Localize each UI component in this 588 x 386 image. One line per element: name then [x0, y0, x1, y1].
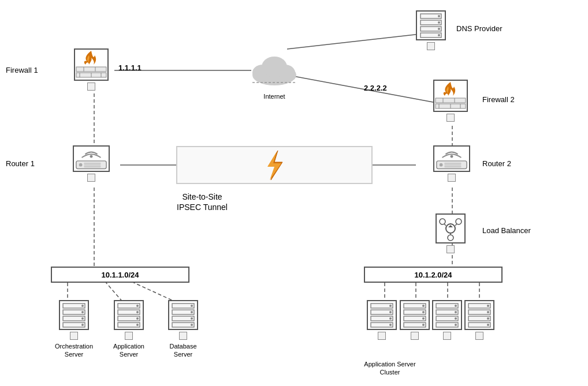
svg-line-2 [287, 75, 436, 103]
svg-point-109 [455, 317, 457, 320]
router2-checkbox[interactable] [448, 174, 456, 182]
lb-node [436, 213, 466, 253]
svg-point-113 [487, 305, 489, 307]
cloud-icon [245, 45, 303, 90]
svg-point-35 [438, 28, 440, 30]
lightning-icon [257, 149, 292, 181]
svg-point-83 [191, 311, 193, 313]
svg-point-50 [451, 155, 453, 158]
dns-icon [416, 10, 446, 40]
svg-line-61 [444, 224, 446, 226]
cluster-server3-icon [432, 300, 462, 330]
orch-server-checkbox[interactable] [70, 332, 78, 340]
router1-icon [73, 145, 110, 172]
router2-icon [433, 145, 470, 172]
cluster-server1-checkbox[interactable] [378, 332, 386, 340]
cluster-server1-node [367, 300, 397, 340]
cluster-server4-checkbox[interactable] [475, 332, 483, 340]
svg-point-52 [440, 163, 443, 167]
internet-node: Internet [245, 45, 303, 100]
router1-checkbox[interactable] [87, 174, 95, 182]
svg-point-28 [262, 57, 287, 77]
firewall2-icon [433, 80, 468, 112]
svg-point-101 [422, 317, 425, 320]
firewall1-node [74, 48, 109, 91]
dns-node [416, 10, 446, 50]
svg-point-103 [422, 324, 425, 326]
dns-label: DNS Provider [456, 24, 502, 33]
router1-node [73, 145, 110, 182]
svg-line-62 [455, 224, 457, 226]
router1-label: Router 1 [6, 159, 35, 168]
lb-checkbox[interactable] [446, 245, 455, 253]
svg-point-89 [389, 305, 392, 307]
cluster-server3-node [432, 300, 462, 340]
svg-line-1 [287, 33, 430, 49]
svg-point-77 [136, 317, 139, 320]
svg-point-67 [81, 311, 84, 313]
svg-point-37 [438, 34, 440, 36]
router2-node [433, 145, 470, 182]
svg-point-97 [422, 305, 425, 307]
cluster-server2-icon [400, 300, 430, 330]
firewall2-label: Firewall 2 [482, 95, 515, 104]
db-server-icon [168, 300, 198, 330]
app-server-label: Application Server [106, 342, 152, 359]
svg-point-71 [81, 324, 84, 326]
svg-point-119 [487, 324, 489, 326]
firewall2-ip: 2.2.2.2 [364, 84, 387, 92]
firewall1-label: Firewall 1 [6, 66, 38, 74]
svg-point-47 [79, 163, 83, 167]
svg-point-75 [136, 311, 139, 313]
firewall1-checkbox[interactable] [87, 83, 95, 91]
cluster-label: Application Server Cluster [364, 360, 416, 377]
svg-point-117 [487, 317, 489, 320]
lb-icon [436, 213, 466, 243]
orch-server-node: Orchestration Server [51, 300, 97, 359]
svg-point-81 [191, 305, 193, 307]
firewall1-ip: 1.1.1.1 [118, 63, 142, 72]
svg-rect-53 [444, 163, 461, 165]
svg-point-87 [191, 324, 193, 326]
orch-server-icon [59, 300, 89, 330]
lb-label: Load Balancer [482, 226, 531, 235]
svg-point-45 [90, 155, 93, 158]
svg-point-31 [438, 15, 440, 17]
svg-point-58 [440, 219, 445, 224]
svg-point-115 [487, 311, 489, 313]
orch-server-label: Orchestration Server [51, 342, 97, 359]
svg-rect-54 [444, 166, 461, 168]
svg-point-60 [448, 235, 453, 241]
cluster-server1-icon [367, 300, 397, 330]
svg-point-99 [422, 311, 425, 313]
svg-point-111 [455, 324, 457, 326]
dns-checkbox[interactable] [427, 42, 435, 50]
svg-point-59 [456, 219, 462, 224]
cluster-server2-node [400, 300, 430, 340]
svg-rect-49 [84, 166, 101, 168]
db-server-checkbox[interactable] [179, 332, 187, 340]
svg-rect-38 [436, 98, 466, 103]
firewall2-checkbox[interactable] [446, 114, 455, 122]
subnet2-box: 10.1.2.0/24 [364, 267, 503, 283]
svg-marker-56 [267, 152, 281, 180]
svg-point-91 [389, 311, 392, 313]
firewall2-node [433, 80, 468, 122]
svg-point-69 [81, 317, 84, 320]
svg-point-85 [191, 317, 193, 320]
cluster-server4-icon [464, 300, 494, 330]
router2-label: Router 2 [482, 159, 511, 168]
svg-point-105 [455, 305, 457, 307]
cluster-server3-checkbox[interactable] [443, 332, 451, 340]
db-server-node: Database Server [160, 300, 206, 359]
svg-point-107 [455, 311, 457, 313]
svg-point-93 [389, 317, 392, 320]
subnet1-box: 10.1.1.0/24 [51, 267, 189, 283]
svg-rect-18 [76, 67, 106, 72]
svg-point-33 [438, 21, 440, 24]
app-server-checkbox[interactable] [125, 332, 133, 340]
svg-rect-48 [84, 163, 101, 165]
svg-point-65 [81, 305, 84, 307]
cluster-server2-checkbox[interactable] [411, 332, 419, 340]
app-server-icon [114, 300, 144, 330]
